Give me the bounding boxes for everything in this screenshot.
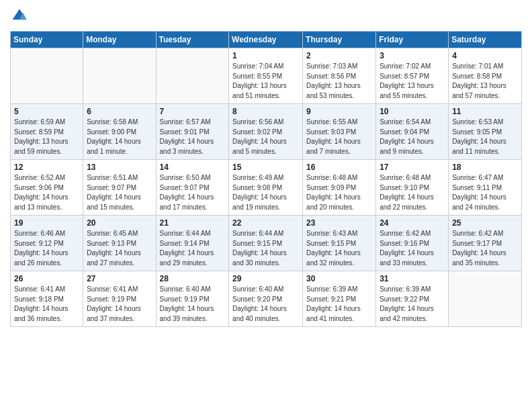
day-number: 10: [380, 107, 445, 116]
day-number: 24: [380, 218, 445, 228]
day-number: 23: [306, 218, 372, 228]
calendar-header-sunday: Sunday: [11, 32, 83, 48]
day-number: 19: [14, 218, 79, 228]
calendar-cell: [156, 48, 229, 104]
day-info: Sunrise: 6:41 AMSunset: 9:18 PMDaylight:…: [14, 285, 79, 324]
calendar-cell: 2Sunrise: 7:03 AMSunset: 8:56 PMDaylight…: [303, 48, 376, 104]
calendar-cell: [11, 48, 83, 104]
day-number: 15: [232, 163, 299, 172]
day-info: Sunrise: 6:52 AMSunset: 9:06 PMDaylight:…: [14, 173, 79, 212]
day-info: Sunrise: 6:46 AMSunset: 9:12 PMDaylight:…: [14, 229, 79, 268]
day-number: 9: [306, 107, 372, 116]
calendar-header-row: SundayMondayTuesdayWednesdayThursdayFrid…: [11, 32, 522, 48]
day-info: Sunrise: 6:50 AMSunset: 9:07 PMDaylight:…: [160, 173, 226, 212]
day-info: Sunrise: 6:49 AMSunset: 9:08 PMDaylight:…: [232, 173, 299, 212]
day-number: 27: [87, 274, 152, 283]
calendar-cell: 29Sunrise: 6:40 AMSunset: 9:20 PMDayligh…: [229, 271, 303, 327]
calendar-cell: 8Sunrise: 6:56 AMSunset: 9:02 PMDaylight…: [229, 104, 303, 160]
calendar-cell: 19Sunrise: 6:46 AMSunset: 9:12 PMDayligh…: [11, 216, 83, 271]
day-number: 29: [232, 274, 299, 283]
calendar-week-1: 1Sunrise: 7:04 AMSunset: 8:55 PMDaylight…: [11, 48, 522, 104]
calendar-week-5: 26Sunrise: 6:41 AMSunset: 9:18 PMDayligh…: [11, 271, 522, 327]
calendar-cell: 5Sunrise: 6:59 AMSunset: 8:59 PMDaylight…: [11, 104, 83, 160]
day-number: 18: [452, 163, 518, 172]
calendar-cell: 25Sunrise: 6:42 AMSunset: 9:17 PMDayligh…: [449, 216, 522, 271]
day-info: Sunrise: 6:53 AMSunset: 9:05 PMDaylight:…: [452, 118, 518, 156]
day-number: 1: [232, 51, 299, 60]
day-number: 28: [160, 274, 226, 283]
day-number: 2: [306, 51, 372, 60]
day-info: Sunrise: 7:01 AMSunset: 8:58 PMDaylight:…: [452, 62, 518, 101]
day-info: Sunrise: 6:44 AMSunset: 9:15 PMDaylight:…: [232, 229, 299, 268]
calendar-header-monday: Monday: [83, 32, 156, 48]
calendar-cell: 12Sunrise: 6:52 AMSunset: 9:06 PMDayligh…: [11, 160, 83, 216]
calendar-cell: 1Sunrise: 7:04 AMSunset: 8:55 PMDaylight…: [229, 48, 303, 104]
day-info: Sunrise: 6:54 AMSunset: 9:04 PMDaylight:…: [380, 118, 445, 156]
logo: [10, 7, 32, 26]
day-info: Sunrise: 6:59 AMSunset: 8:59 PMDaylight:…: [14, 118, 79, 156]
calendar-cell: 4Sunrise: 7:01 AMSunset: 8:58 PMDaylight…: [449, 48, 522, 104]
calendar-cell: 14Sunrise: 6:50 AMSunset: 9:07 PMDayligh…: [156, 160, 229, 216]
day-number: 22: [232, 218, 299, 228]
calendar-cell: 9Sunrise: 6:55 AMSunset: 9:03 PMDaylight…: [303, 104, 376, 160]
header: [10, 7, 522, 26]
day-number: 17: [380, 163, 445, 172]
calendar-cell: 27Sunrise: 6:41 AMSunset: 9:19 PMDayligh…: [83, 271, 156, 327]
calendar-cell: 23Sunrise: 6:43 AMSunset: 9:15 PMDayligh…: [303, 216, 376, 271]
day-number: 7: [160, 107, 226, 116]
calendar-header-thursday: Thursday: [303, 32, 376, 48]
calendar-cell: 31Sunrise: 6:39 AMSunset: 9:22 PMDayligh…: [376, 271, 449, 327]
calendar-week-2: 5Sunrise: 6:59 AMSunset: 8:59 PMDaylight…: [11, 104, 522, 160]
calendar-cell: 30Sunrise: 6:39 AMSunset: 9:21 PMDayligh…: [303, 271, 376, 327]
day-info: Sunrise: 6:42 AMSunset: 9:16 PMDaylight:…: [380, 229, 445, 268]
day-info: Sunrise: 6:47 AMSunset: 9:11 PMDaylight:…: [452, 173, 518, 212]
day-info: Sunrise: 6:42 AMSunset: 9:17 PMDaylight:…: [452, 229, 518, 268]
calendar-cell: [83, 48, 156, 104]
calendar: SundayMondayTuesdayWednesdayThursdayFrid…: [10, 31, 522, 327]
day-info: Sunrise: 6:39 AMSunset: 9:22 PMDaylight:…: [380, 285, 445, 324]
day-info: Sunrise: 6:45 AMSunset: 9:13 PMDaylight:…: [87, 229, 152, 268]
day-info: Sunrise: 6:58 AMSunset: 9:00 PMDaylight:…: [87, 118, 152, 156]
day-number: 20: [87, 218, 152, 228]
day-number: 31: [380, 274, 445, 283]
day-number: 3: [380, 51, 445, 60]
page: SundayMondayTuesdayWednesdayThursdayFrid…: [0, 0, 532, 411]
day-info: Sunrise: 6:39 AMSunset: 9:21 PMDaylight:…: [306, 285, 372, 324]
day-info: Sunrise: 6:41 AMSunset: 9:19 PMDaylight:…: [87, 285, 152, 324]
day-number: 12: [14, 163, 79, 172]
calendar-week-4: 19Sunrise: 6:46 AMSunset: 9:12 PMDayligh…: [11, 216, 522, 271]
day-info: Sunrise: 6:48 AMSunset: 9:10 PMDaylight:…: [380, 173, 445, 212]
day-info: Sunrise: 6:43 AMSunset: 9:15 PMDaylight:…: [306, 229, 372, 268]
calendar-week-3: 12Sunrise: 6:52 AMSunset: 9:06 PMDayligh…: [11, 160, 522, 216]
calendar-cell: 17Sunrise: 6:48 AMSunset: 9:10 PMDayligh…: [376, 160, 449, 216]
day-info: Sunrise: 6:57 AMSunset: 9:01 PMDaylight:…: [160, 118, 226, 156]
day-number: 14: [160, 163, 226, 172]
calendar-cell: 11Sunrise: 6:53 AMSunset: 9:05 PMDayligh…: [449, 104, 522, 160]
day-number: 30: [306, 274, 372, 283]
day-number: 4: [452, 51, 518, 60]
day-info: Sunrise: 6:56 AMSunset: 9:02 PMDaylight:…: [232, 118, 299, 156]
calendar-header-saturday: Saturday: [449, 32, 522, 48]
calendar-cell: [449, 271, 522, 327]
calendar-cell: 18Sunrise: 6:47 AMSunset: 9:11 PMDayligh…: [449, 160, 522, 216]
calendar-cell: 21Sunrise: 6:44 AMSunset: 9:14 PMDayligh…: [156, 216, 229, 271]
day-number: 8: [232, 107, 299, 116]
day-info: Sunrise: 6:55 AMSunset: 9:03 PMDaylight:…: [306, 118, 372, 156]
day-number: 6: [87, 107, 152, 116]
day-info: Sunrise: 6:40 AMSunset: 9:19 PMDaylight:…: [160, 285, 226, 324]
calendar-header-wednesday: Wednesday: [229, 32, 303, 48]
day-number: 16: [306, 163, 372, 172]
day-info: Sunrise: 6:40 AMSunset: 9:20 PMDaylight:…: [232, 285, 299, 324]
logo-icon: [10, 7, 29, 26]
day-number: 11: [452, 107, 518, 116]
calendar-cell: 24Sunrise: 6:42 AMSunset: 9:16 PMDayligh…: [376, 216, 449, 271]
day-number: 26: [14, 274, 79, 283]
day-info: Sunrise: 7:02 AMSunset: 8:57 PMDaylight:…: [380, 62, 445, 101]
calendar-header-friday: Friday: [376, 32, 449, 48]
day-info: Sunrise: 7:03 AMSunset: 8:56 PMDaylight:…: [306, 62, 372, 101]
calendar-cell: 3Sunrise: 7:02 AMSunset: 8:57 PMDaylight…: [376, 48, 449, 104]
calendar-header-tuesday: Tuesday: [156, 32, 229, 48]
calendar-cell: 26Sunrise: 6:41 AMSunset: 9:18 PMDayligh…: [11, 271, 83, 327]
calendar-cell: 7Sunrise: 6:57 AMSunset: 9:01 PMDaylight…: [156, 104, 229, 160]
calendar-cell: 22Sunrise: 6:44 AMSunset: 9:15 PMDayligh…: [229, 216, 303, 271]
